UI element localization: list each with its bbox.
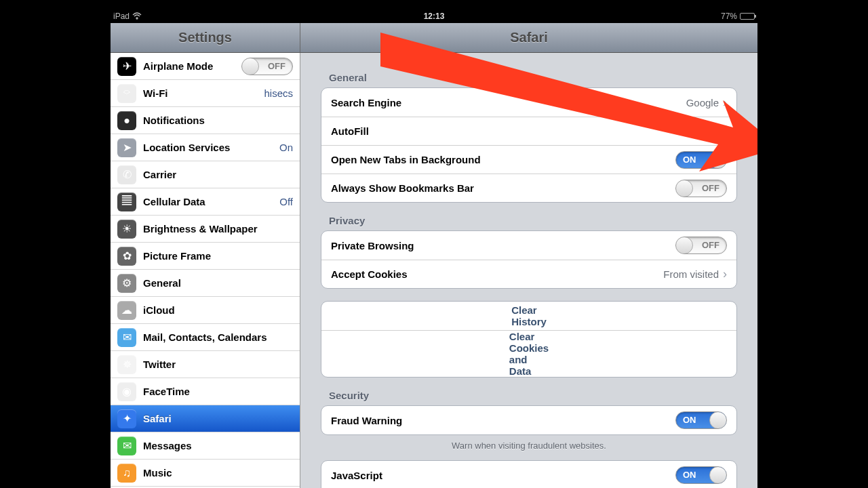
sidebar-item-value: hisecs [264,87,293,99]
sidebar-item-icloud[interactable]: ☁iCloud [111,297,300,324]
toggle-knob [709,411,727,429]
fraud-note: Warn when visiting fraudulent websites. [321,441,737,451]
search-engine-label: Search Engine [331,97,686,108]
row-open-tabs: Open New Tabs in Background ON [321,145,736,174]
toggle-on-label: ON [683,155,696,165]
chevron-right-icon: › [723,96,727,110]
sidebar-item-label: General [143,277,293,289]
sidebar-item-label: Messages [143,440,293,451]
open-tabs-toggle[interactable]: ON [675,151,727,169]
toggle-on-label: ON [683,415,696,425]
mail-icon: ✉ [117,328,136,347]
row-javascript: JavaScript ON [321,461,736,488]
row-autofill[interactable]: AutoFill Off › [321,117,736,145]
toggle-knob [675,180,693,197]
toggle-off-label: OFF [268,61,285,71]
sidebar-item-wifi[interactable]: ⌔Wi-Fihisecs [111,80,300,107]
sidebar-item-airplane[interactable]: ✈Airplane ModeOFF [111,53,300,80]
accept-cookies-label: Accept Cookies [331,268,663,280]
bookmarks-bar-label: Always Show Bookmarks Bar [331,182,675,194]
safari-icon: ✦ [117,409,136,428]
header-right: Safari [300,23,757,52]
sidebar-item-location[interactable]: ➤Location ServicesOn [111,134,300,161]
sidebar-item-label: Safari [143,413,293,424]
bookmarks-bar-toggle[interactable]: OFF [675,180,727,197]
wifi-icon: ⌔ [117,84,136,103]
battery-pct: 77% [721,12,737,21]
notifications-icon: ● [117,111,136,130]
private-browsing-label: Private Browsing [331,240,675,251]
sidebar-item-mail[interactable]: ✉Mail, Contacts, Calendars [111,324,300,351]
messages-icon: ✉ [117,436,136,455]
open-tabs-label: Open New Tabs in Background [331,154,675,165]
sidebar-item-label: Notifications [143,115,293,126]
sidebar-item-twitter[interactable]: ✵Twitter [111,351,300,378]
sidebar-item-label: iCloud [143,304,293,316]
autofill-label: AutoFill [331,125,705,137]
icloud-icon: ☁ [117,301,136,320]
music-icon: ♫ [117,464,136,483]
group-fraud: Fraud Warning ON [321,405,737,435]
toggle-knob [241,58,259,75]
sidebar-item-label: FaceTime [143,386,293,397]
group-general: Search Engine Google › AutoFill Off › Op… [321,87,737,203]
ipad-screen: iPad 12:13 77% Settings Safari ✈Airplane… [111,9,757,488]
chevron-right-icon: › [723,124,727,138]
toggle-knob [675,237,693,254]
toggle-off-label: OFF [702,183,719,193]
sidebar-item-safari[interactable]: ✦Safari [111,405,300,432]
sidebar-item-label: Mail, Contacts, Calendars [143,331,293,343]
toggle-on-label: ON [683,470,696,480]
location-icon: ➤ [117,138,136,157]
sidebar-item-cellular[interactable]: 𝍤Cellular DataOff [111,188,300,216]
detail-title: Safari [510,30,548,45]
sidebar-item-brightness[interactable]: ☀Brightness & Wallpaper [111,216,300,243]
fraud-warning-toggle[interactable]: ON [675,411,727,429]
fraud-warning-label: Fraud Warning [331,415,675,426]
sidebar-item-label: Location Services [143,142,279,153]
sidebar-item-label: Twitter [143,359,293,370]
sidebar-item-facetime[interactable]: ◉FaceTime [111,378,300,405]
battery-icon [740,13,755,20]
sidebar-item-messages[interactable]: ✉Messages [111,432,300,460]
private-browsing-toggle[interactable]: OFF [675,237,727,254]
accept-cookies-value: From visited [663,268,719,280]
sidebar-item-label: Carrier [143,169,293,180]
status-time: 12:13 [424,12,445,21]
device-label: iPad [113,12,130,21]
sidebar-item-music[interactable]: ♫Music [111,460,300,487]
row-private-browsing: Private Browsing OFF [321,231,736,260]
sidebar-item-label: Picture Frame [143,250,293,262]
javascript-label: JavaScript [331,470,675,481]
row-search-engine[interactable]: Search Engine Google › [321,88,736,117]
sidebar-item-label: Wi-Fi [143,87,264,99]
nav-headers: Settings Safari [111,23,757,53]
row-clear-history[interactable]: Clear History [321,302,736,330]
sidebar-item-carrier[interactable]: ✆Carrier [111,161,300,188]
sidebar-item-notifications[interactable]: ●Notifications [111,107,300,134]
sidebar[interactable]: ✈Airplane ModeOFF⌔Wi-Fihisecs●Notificati… [111,53,300,488]
toggle-off-label: OFF [702,240,719,250]
group-privacy: Private Browsing OFF Accept Cookies From… [321,230,737,289]
pictureframe-icon: ✿ [117,247,136,266]
group-clear: Clear History Clear Cookies and Data [321,301,737,378]
row-clear-cookies[interactable]: Clear Cookies and Data [321,330,736,377]
status-bar: iPad 12:13 77% [111,9,757,23]
sidebar-item-label: Cellular Data [143,196,279,207]
sidebar-item-pictureframe[interactable]: ✿Picture Frame [111,243,300,270]
group-js: JavaScript ON Block Pop-ups ON [321,460,737,488]
row-accept-cookies[interactable]: Accept Cookies From visited › [321,260,736,288]
airplane-icon: ✈ [117,57,136,76]
search-engine-value: Google [686,97,719,108]
autofill-value: Off [705,125,719,137]
general-icon: ⚙ [117,274,136,293]
header-left: Settings [111,23,300,52]
sidebar-item-value: Off [279,196,293,207]
javascript-toggle[interactable]: ON [675,466,727,484]
detail-pane[interactable]: General Search Engine Google › AutoFill … [300,53,757,488]
toggle-knob [709,151,727,169]
sidebar-item-airplane-toggle[interactable]: OFF [241,58,293,75]
sidebar-item-general[interactable]: ⚙General [111,270,300,297]
carrier-icon: ✆ [117,165,136,184]
sidebar-item-label: Brightness & Wallpaper [143,223,293,235]
